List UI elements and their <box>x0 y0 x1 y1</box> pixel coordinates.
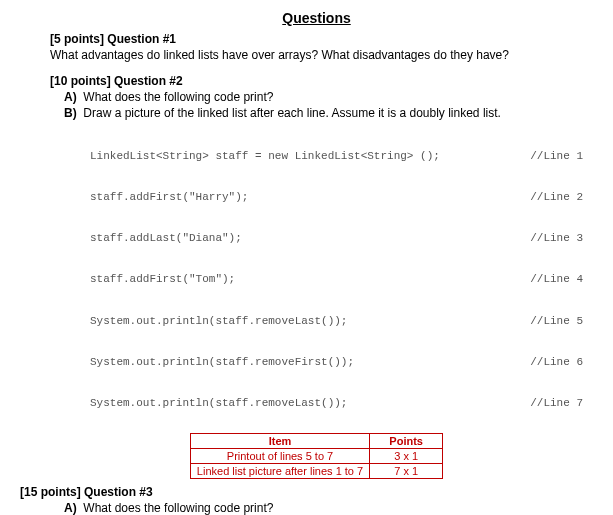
q3-part-a-text: What does the following code print? <box>83 501 273 515</box>
code-text: System.out.println(staff.removeFirst()); <box>90 356 354 370</box>
q2-code-block: LinkedList<String> staff = new LinkedLis… <box>90 122 583 425</box>
code-comment: //Line 6 <box>510 356 583 370</box>
code-comment: //Line 5 <box>510 315 583 329</box>
code-text: staff.addFirst("Tom"); <box>90 273 235 287</box>
code-comment: //Line 3 <box>510 232 583 246</box>
code-text: System.out.println(staff.removeLast()); <box>90 397 347 411</box>
q2-part-b-text: Draw a picture of the linked list after … <box>83 106 501 120</box>
code-comment: //Line 7 <box>510 397 583 411</box>
q2-part-a: A) What does the following code print? <box>64 90 583 104</box>
code-comment: //Line 1 <box>510 150 583 164</box>
rubric-item: Printout of lines 5 to 7 <box>190 448 369 463</box>
q3-part-a: A) What does the following code print? <box>64 501 583 515</box>
q1-header: [5 points] Question #1 <box>50 32 583 46</box>
code-comment: //Line 4 <box>510 273 583 287</box>
page-title: Questions <box>50 10 583 26</box>
rubric-pts: 3 x 1 <box>370 448 443 463</box>
q2-part-a-text: What does the following code print? <box>83 90 273 104</box>
rubric-item: Linked list picture after lines 1 to 7 <box>190 463 369 478</box>
q2-part-b: B) Draw a picture of the linked list aft… <box>64 106 583 120</box>
code-text: staff.addLast("Diana"); <box>90 232 242 246</box>
q2-header: [10 points] Question #2 <box>50 74 583 88</box>
code-text: staff.addFirst("Harry"); <box>90 191 248 205</box>
q1-text: What advantages do linked lists have ove… <box>50 48 583 62</box>
q3-header: [15 points] Question #3 <box>20 485 583 499</box>
rubric-header-item: Item <box>190 433 369 448</box>
code-text: LinkedList<String> staff = new LinkedLis… <box>90 150 440 164</box>
code-comment: //Line 2 <box>510 191 583 205</box>
q2-rubric-table: ItemPoints Printout of lines 5 to 73 x 1… <box>190 433 443 479</box>
rubric-header-points: Points <box>370 433 443 448</box>
rubric-pts: 7 x 1 <box>370 463 443 478</box>
code-text: System.out.println(staff.removeLast()); <box>90 315 347 329</box>
